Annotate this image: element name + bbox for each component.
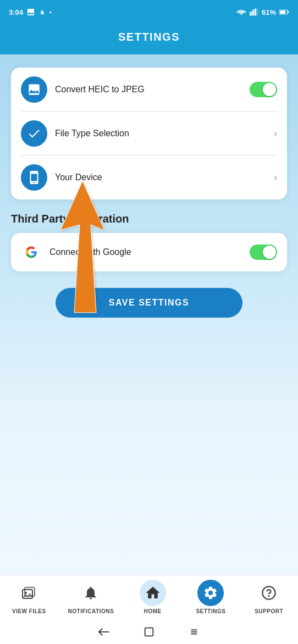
convert-heic-label: Convert HEIC to JPEG	[55, 85, 242, 95]
dot-indicator: •	[49, 9, 52, 15]
image-icon	[27, 82, 41, 97]
svg-rect-7	[288, 12, 289, 13]
svg-rect-16	[145, 628, 153, 636]
settings-card: Convert HEIC to JPEG File Type Selection…	[11, 68, 287, 199]
nav-items: VIEW FILES NOTIFICATIONS HOME	[0, 575, 298, 620]
photo-icon	[26, 8, 35, 16]
svg-point-12	[25, 592, 27, 594]
device-icon	[27, 170, 41, 185]
sidebar-item-support[interactable]: SUPPORT	[250, 580, 288, 614]
save-settings-button[interactable]: SAVE SETTINGS	[56, 288, 242, 318]
google-icon	[21, 242, 42, 263]
signal-icon	[250, 8, 258, 16]
your-device-row[interactable]: Your Device ›	[11, 156, 287, 199]
svg-point-14	[269, 596, 269, 596]
home-icon	[145, 585, 161, 601]
bottom-nav: VIEW FILES NOTIFICATIONS HOME	[0, 575, 298, 644]
question-icon	[261, 585, 277, 601]
android-recents-button[interactable]	[188, 626, 200, 638]
gear-icon	[203, 585, 218, 601]
connect-google-row[interactable]: Connect with Google	[11, 233, 287, 271]
svg-rect-4	[257, 9, 258, 16]
settings-icon-wrap	[197, 580, 224, 606]
home-icon-wrap	[140, 580, 166, 606]
your-device-chevron: ›	[274, 172, 277, 184]
bell-icon	[83, 585, 98, 601]
file-type-icon-circle	[21, 120, 47, 147]
svg-rect-11	[25, 587, 35, 596]
notifications-label: NOTIFICATIONS	[68, 608, 114, 614]
checkmark-icon	[27, 126, 41, 141]
battery-icon	[279, 9, 289, 15]
android-back-button[interactable]	[98, 626, 110, 638]
convert-heic-icon-circle	[21, 76, 47, 103]
file-type-row[interactable]: File Type Selection ›	[11, 112, 287, 156]
battery-percent: 61%	[262, 8, 276, 16]
wifi-icon	[236, 8, 246, 16]
connect-google-label: Connect with Google	[49, 247, 242, 257]
convert-heic-row[interactable]: Convert HEIC to JPEG	[11, 68, 287, 112]
photos-icon	[21, 585, 37, 601]
status-time: 3:04	[9, 8, 23, 16]
android-nav-bar	[0, 620, 298, 644]
sidebar-item-home[interactable]: HOME	[134, 580, 172, 614]
support-icon-wrap	[256, 580, 282, 606]
connect-google-toggle[interactable]	[250, 245, 277, 260]
settings-label: SETTINGS	[196, 608, 225, 614]
your-device-label: Your Device	[55, 173, 266, 182]
notifications-icon-wrap	[78, 580, 104, 606]
svg-rect-6	[280, 10, 285, 13]
home-label: HOME	[144, 608, 162, 614]
status-bar: 3:04 • 61%	[0, 0, 298, 24]
google-card: Connect with Google	[11, 233, 287, 271]
status-bar-right: 61%	[236, 8, 289, 16]
sidebar-item-notifications[interactable]: NOTIFICATIONS	[68, 580, 114, 614]
convert-heic-toggle[interactable]	[250, 82, 277, 97]
status-bar-left: 3:04 •	[9, 8, 52, 16]
svg-rect-3	[255, 9, 256, 16]
usb-icon	[38, 8, 46, 16]
main-content: Convert HEIC to JPEG File Type Selection…	[0, 54, 298, 587]
file-type-chevron: ›	[274, 128, 277, 140]
view-files-icon-wrap	[16, 580, 42, 606]
page-title: SETTINGS	[118, 31, 180, 43]
svg-rect-2	[253, 9, 254, 15]
view-files-label: VIEW FILES	[12, 608, 46, 614]
android-home-button[interactable]	[143, 626, 155, 638]
svg-rect-0	[250, 12, 251, 15]
svg-rect-1	[251, 11, 252, 16]
sidebar-item-settings[interactable]: SETTINGS	[191, 580, 230, 614]
page-header: SETTINGS	[0, 24, 298, 54]
file-type-label: File Type Selection	[55, 129, 266, 138]
sidebar-item-view-files[interactable]: VIEW FILES	[10, 580, 48, 614]
your-device-icon-circle	[21, 164, 47, 191]
support-label: SUPPORT	[255, 608, 283, 614]
third-party-title: Third Party Integration	[11, 213, 287, 225]
